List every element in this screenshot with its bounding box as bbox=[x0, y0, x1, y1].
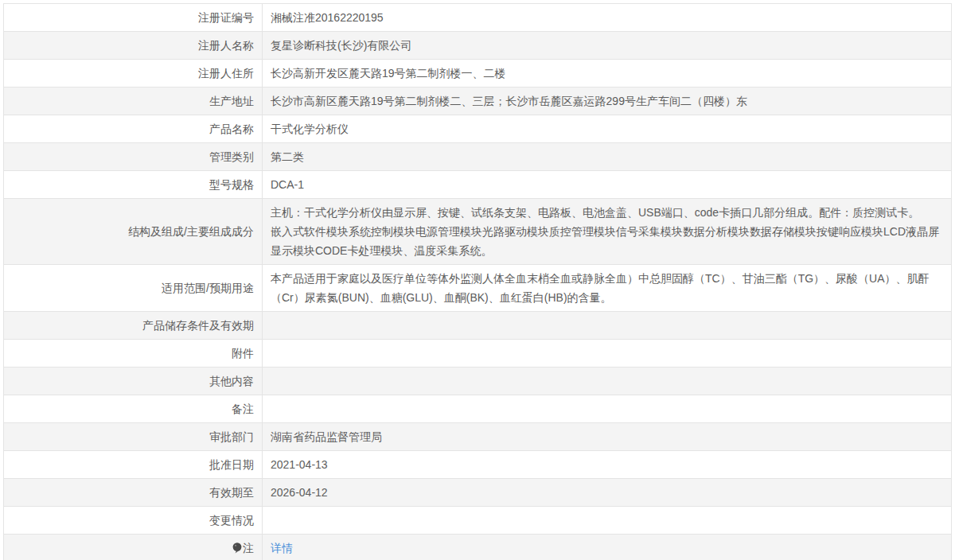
row-value-approval-date: 2021-04-13 bbox=[263, 451, 952, 479]
table-row-registrant-name: 注册人名称复星诊断科技(长沙)有限公司 bbox=[4, 32, 952, 60]
row-value-model-spec: DCA-1 bbox=[263, 171, 952, 199]
row-value-text: 湖南省药品监督管理局 bbox=[271, 430, 382, 443]
table-row-model-spec: 型号规格DCA-1 bbox=[4, 171, 952, 199]
row-label-text: 变更情况 bbox=[209, 514, 254, 527]
row-label-management-category: 管理类别 bbox=[4, 143, 263, 171]
row-label-product-name: 产品名称 bbox=[4, 115, 263, 143]
row-label-text: 审批部门 bbox=[209, 430, 254, 443]
table-row-storage-conditions: 产品储存条件及有效期 bbox=[4, 312, 952, 340]
row-value-scope-of-application: 本产品适用于家庭以及医疗单位等体外监测人体全血末梢全血或静脉全血）中总胆固醇（T… bbox=[263, 265, 952, 312]
table-row-other-content: 其他内容 bbox=[4, 368, 952, 395]
table-row-registrant-address: 注册人住所长沙高新开发区麓天路19号第二制剂楼一、二楼 bbox=[4, 60, 952, 88]
table-row-production-address: 生产地址长沙市高新区麓天路19号第二制剂楼二、三层；长沙市岳麓区嘉运路299号生… bbox=[4, 88, 952, 115]
row-value-remarks bbox=[263, 395, 952, 423]
row-value-text: 湘械注准20162220195 bbox=[271, 11, 384, 24]
table-row-valid-until: 有效期至2026-04-12 bbox=[4, 479, 952, 507]
row-label-model-spec: 型号规格 bbox=[4, 171, 263, 199]
row-label-text: 管理类别 bbox=[209, 150, 254, 163]
row-label-text: 结构及组成/主要组成成分 bbox=[128, 225, 254, 238]
row-value-other-content bbox=[263, 368, 952, 395]
row-value-text: 长沙高新开发区麓天路19号第二制剂楼一、二楼 bbox=[271, 67, 506, 80]
table-row-approval-department: 审批部门湖南省药品监督管理局 bbox=[4, 423, 952, 451]
row-value-registrant-address: 长沙高新开发区麓天路19号第二制剂楼一、二楼 bbox=[263, 60, 952, 88]
table-row-note: 注详情 bbox=[4, 535, 952, 560]
row-value-structure-composition: 主机：干式化学分析仪由显示屏、按键、试纸条支架、电路板、电池盒盖、USB端口、c… bbox=[263, 199, 952, 265]
row-value-text: 2026-04-12 bbox=[271, 486, 328, 499]
row-value-text: 主机：干式化学分析仪由显示屏、按键、试纸条支架、电路板、电池盒盖、USB端口、c… bbox=[271, 206, 939, 257]
row-label-text: 备注 bbox=[232, 402, 254, 415]
row-label-text: 批准日期 bbox=[209, 458, 254, 471]
row-value-approval-department: 湖南省药品监督管理局 bbox=[263, 423, 952, 451]
row-label-text: 注册人住所 bbox=[198, 67, 254, 80]
row-value-registrant-name: 复星诊断科技(长沙)有限公司 bbox=[263, 32, 952, 60]
row-label-attachments: 附件 bbox=[4, 340, 263, 368]
table-row-remarks: 备注 bbox=[4, 395, 952, 423]
row-value-text: 本产品适用于家庭以及医疗单位等体外监测人体全血末梢全血或静脉全血）中总胆固醇（T… bbox=[271, 272, 930, 304]
row-label-text: 注册证编号 bbox=[198, 11, 254, 24]
row-label-text: 注 bbox=[243, 542, 254, 554]
row-label-storage-conditions: 产品储存条件及有效期 bbox=[4, 312, 263, 340]
table-row-registration-cert-number: 注册证编号湘械注准20162220195 bbox=[4, 4, 952, 32]
row-label-registrant-name: 注册人名称 bbox=[4, 32, 263, 60]
row-label-valid-until: 有效期至 bbox=[4, 479, 263, 507]
row-label-production-address: 生产地址 bbox=[4, 88, 263, 115]
table-row-product-name: 产品名称干式化学分析仪 bbox=[4, 115, 952, 143]
row-label-scope-of-application: 适用范围/预期用途 bbox=[4, 265, 263, 312]
row-label-text: 产品名称 bbox=[209, 122, 254, 135]
row-label-text: 型号规格 bbox=[209, 178, 254, 191]
row-value-attachments bbox=[263, 340, 952, 368]
row-value-registration-cert-number: 湘械注准20162220195 bbox=[263, 4, 952, 32]
row-label-other-content: 其他内容 bbox=[4, 368, 263, 395]
table-row-change-status: 变更情况 bbox=[4, 507, 952, 535]
row-label-text: 适用范围/预期用途 bbox=[162, 282, 254, 294]
row-value-product-name: 干式化学分析仪 bbox=[263, 115, 952, 143]
note-balloon-icon bbox=[232, 542, 242, 554]
row-label-text: 其他内容 bbox=[209, 375, 254, 387]
row-label-change-status: 变更情况 bbox=[4, 507, 263, 535]
row-value-text: DCA-1 bbox=[271, 178, 304, 191]
table-row-management-category: 管理类别第二类 bbox=[4, 143, 952, 171]
table-row-structure-composition: 结构及组成/主要组成成分主机：干式化学分析仪由显示屏、按键、试纸条支架、电路板、… bbox=[4, 199, 952, 265]
row-label-text: 有效期至 bbox=[209, 486, 254, 499]
row-label-note: 注 bbox=[4, 535, 263, 560]
row-value-text: 第二类 bbox=[271, 150, 304, 163]
row-label-text: 生产地址 bbox=[209, 95, 254, 107]
row-label-text: 产品储存条件及有效期 bbox=[142, 319, 254, 332]
row-value-change-status bbox=[263, 507, 952, 535]
row-label-structure-composition: 结构及组成/主要组成成分 bbox=[4, 199, 263, 265]
row-value-text: 复星诊断科技(长沙)有限公司 bbox=[271, 39, 411, 52]
row-value-text: 2021-04-13 bbox=[271, 458, 328, 471]
table-row-approval-date: 批准日期2021-04-13 bbox=[4, 451, 952, 479]
row-label-text: 附件 bbox=[232, 347, 254, 360]
page-container: 注册证编号湘械注准20162220195注册人名称复星诊断科技(长沙)有限公司注… bbox=[0, 0, 955, 560]
details-link[interactable]: 详情 bbox=[271, 542, 293, 554]
row-value-text: 干式化学分析仪 bbox=[271, 122, 349, 135]
row-label-approval-date: 批准日期 bbox=[4, 451, 263, 479]
registration-table: 注册证编号湘械注准20162220195注册人名称复星诊断科技(长沙)有限公司注… bbox=[3, 3, 952, 560]
row-value-storage-conditions bbox=[263, 312, 952, 340]
row-value-valid-until: 2026-04-12 bbox=[263, 479, 952, 507]
row-value-text: 长沙市高新区麓天路19号第二制剂楼二、三层；长沙市岳麓区嘉运路299号生产车间二… bbox=[271, 95, 747, 107]
row-label-registrant-address: 注册人住所 bbox=[4, 60, 263, 88]
row-label-registration-cert-number: 注册证编号 bbox=[4, 4, 263, 32]
row-value-production-address: 长沙市高新区麓天路19号第二制剂楼二、三层；长沙市岳麓区嘉运路299号生产车间二… bbox=[263, 88, 952, 115]
table-row-scope-of-application: 适用范围/预期用途本产品适用于家庭以及医疗单位等体外监测人体全血末梢全血或静脉全… bbox=[4, 265, 952, 312]
table-row-attachments: 附件 bbox=[4, 340, 952, 368]
row-value-management-category: 第二类 bbox=[263, 143, 952, 171]
row-label-text: 注册人名称 bbox=[198, 39, 254, 52]
row-value-note: 详情 bbox=[263, 535, 952, 560]
row-label-approval-department: 审批部门 bbox=[4, 423, 263, 451]
row-label-remarks: 备注 bbox=[4, 395, 263, 423]
registration-table-body: 注册证编号湘械注准20162220195注册人名称复星诊断科技(长沙)有限公司注… bbox=[4, 4, 952, 560]
